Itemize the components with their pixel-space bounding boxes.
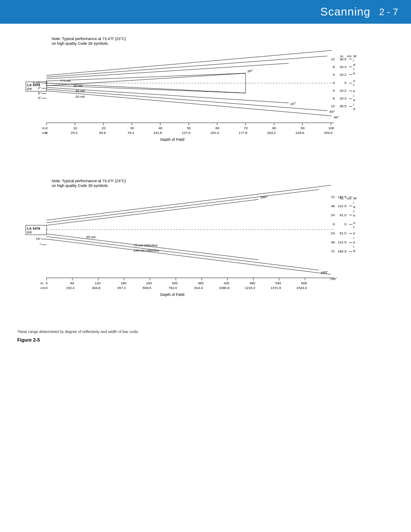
svg-text:d: d (353, 107, 355, 111)
svg-text:420: 420 (224, 281, 230, 285)
figure-caption: Figure 2-5 (17, 337, 398, 342)
svg-text:10.2: 10.2 (339, 89, 346, 93)
svg-text:121.9: 121.9 (338, 240, 347, 244)
svg-text:304.8: 304.8 (92, 286, 101, 290)
svg-text:228.6: 228.6 (296, 131, 305, 135)
svg-text:600: 600 (301, 281, 307, 285)
svg-line-45 (47, 56, 327, 77)
svg-text:48: 48 (331, 204, 335, 208)
svg-text:540: 540 (275, 281, 281, 285)
svg-text:W: W (353, 196, 357, 200)
svg-text:7.5 mil: 7.5 mil (60, 79, 71, 83)
svg-text:100: 100 (328, 126, 334, 130)
svg-text:h: h (353, 214, 355, 218)
chart2-container: Note: Typical performance at 73.4°F (23°… (9, 174, 398, 321)
svg-text:61.0: 61.0 (339, 213, 346, 217)
svg-text:8: 8 (333, 96, 335, 100)
svg-text:l: l (353, 103, 354, 106)
svg-text:l: l (353, 245, 354, 249)
svg-text:p0°: p0° (248, 69, 253, 73)
svg-text:e: e (353, 98, 355, 102)
svg-text:70: 70 (244, 126, 248, 130)
svg-text:120: 120 (95, 281, 101, 285)
svg-text:*: * (40, 243, 41, 246)
svg-text:2": 2" (38, 86, 41, 90)
svg-text:0: 0 (333, 222, 335, 226)
svg-text:ER: ER (27, 87, 32, 91)
svg-text:cm: cm (347, 54, 352, 58)
svg-text:1219.2: 1219.2 (245, 286, 255, 290)
svg-text:0: 0 (345, 81, 347, 85)
header-title: Scanning (321, 5, 371, 19)
svg-text:72: 72 (331, 195, 335, 199)
svg-text:50: 50 (187, 126, 191, 130)
svg-text:t: t (353, 67, 355, 71)
svg-text:1524.0: 1524.0 (296, 286, 307, 290)
svg-text:80: 80 (272, 126, 276, 130)
svg-text:12: 12 (331, 57, 335, 61)
svg-text:ER: ER (27, 230, 32, 234)
svg-text:20 mil: 20 mil (75, 95, 85, 99)
svg-text:254.0: 254.0 (324, 131, 333, 135)
svg-text:90: 90 (301, 126, 305, 130)
svg-text:360: 360 (198, 281, 204, 285)
svg-text:d: d (353, 249, 355, 253)
svg-text:182.9: 182.9 (338, 249, 347, 253)
svg-text:300: 300 (172, 281, 178, 285)
svg-text:457.2: 457.2 (117, 286, 126, 290)
svg-text:4: 4 (333, 73, 335, 77)
svg-text:p2°: p2° (291, 102, 296, 106)
svg-text:10: 10 (73, 126, 77, 130)
svg-text:12: 12 (331, 104, 335, 108)
svg-line-47 (47, 50, 332, 75)
svg-text:1371.6: 1371.6 (271, 286, 281, 290)
footnote: *Near range determined by degree of refl… (17, 330, 398, 334)
svg-text:60: 60 (215, 126, 219, 130)
svg-text:i: i (353, 236, 354, 240)
svg-text:f: f (353, 225, 355, 229)
svg-text:30: 30 (130, 126, 134, 130)
content-area: Note: Typical performance at 73.4°F (23°… (0, 24, 411, 532)
svg-text:8: 8 (333, 65, 335, 69)
svg-text:on high quality Code 39 symbol: on high quality Code 39 symbols. (52, 41, 109, 46)
svg-text:i: i (353, 94, 354, 98)
svg-text:72: 72 (331, 249, 335, 253)
svg-text:o: o (353, 79, 355, 83)
svg-text:20.3: 20.3 (339, 65, 346, 69)
svg-text:cm: cm (40, 286, 45, 290)
svg-text:p80°: p80° (261, 195, 268, 199)
svg-text:W: W (353, 54, 357, 58)
svg-text:0: 0 (333, 81, 335, 85)
svg-text:15": 15" (36, 237, 41, 241)
svg-text:0: 0 (46, 286, 48, 290)
svg-text:61.0: 61.0 (339, 231, 346, 235)
svg-text:20: 20 (102, 126, 106, 130)
svg-text:152.4: 152.4 (66, 286, 75, 290)
svg-text:101.6: 101.6 (153, 131, 162, 135)
svg-text:F: F (353, 232, 355, 236)
svg-text:30.5: 30.5 (339, 104, 346, 108)
chart1-container: Note: Typical performance at 73.4°F (23°… (9, 32, 398, 166)
svg-line-150 (47, 190, 319, 223)
svg-text:F: F (353, 90, 355, 93)
svg-text:84°: 84° (334, 115, 339, 119)
svg-text:Depth of Field: Depth of Field (160, 292, 184, 297)
svg-text:60: 60 (70, 281, 74, 285)
svg-text:30.5: 30.5 (339, 57, 346, 61)
svg-text:4: 4 (333, 89, 335, 93)
svg-text:55 mil: 55 mil (86, 235, 96, 239)
svg-text:609.6: 609.6 (143, 286, 152, 290)
svg-text:25.4: 25.4 (71, 131, 78, 135)
header-bar: Scanning 2 - 7 (0, 0, 411, 24)
svg-text:h: h (353, 72, 355, 75)
svg-text:50.8: 50.8 (99, 131, 106, 135)
svg-text:d: d (353, 205, 355, 209)
svg-text:on high quality Code 39 symbol: on high quality Code 39 symbols. (52, 184, 109, 188)
svg-text:127.0: 127.0 (182, 131, 191, 135)
svg-text:i: i (353, 201, 354, 205)
svg-text:0: 0 (345, 222, 347, 226)
svg-line-151 (47, 236, 319, 270)
svg-text:t: t (353, 209, 355, 213)
svg-text:24: 24 (331, 231, 335, 235)
svg-text:Note: Typical performance at 7: Note: Typical performance at 73.4°F (23°… (52, 37, 126, 41)
